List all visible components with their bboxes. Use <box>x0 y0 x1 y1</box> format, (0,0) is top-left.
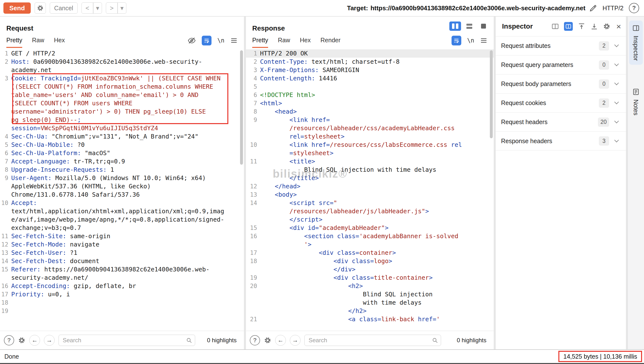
code-line-14[interactable]: 14Sec-Fetch-Dest: document <box>0 257 244 265</box>
tab-raw[interactable]: Raw <box>278 33 290 48</box>
code-line-5[interactable]: 5Sec-Ch-Ua-Mobile: ?0 <box>0 141 244 149</box>
code-line-4[interactable]: 4Sec-Ch-Ua: "Chromium";v="131", "Not_A B… <box>0 132 244 141</box>
inspector-view-split-button[interactable] <box>564 22 573 31</box>
edit-target-button[interactable] <box>589 4 597 12</box>
code-line-10[interactable]: 10 <link href=/resources/css/labsEcommer… <box>246 141 494 157</box>
code-line-11[interactable]: 11Sec-Fetch-Site: same-origin <box>0 232 244 240</box>
code-line-18[interactable]: 18 <box>0 298 244 307</box>
code-line-18[interactable]: 18 <div class=logo> </div> <box>246 257 494 274</box>
code-line-9[interactable]: 9User-Agent: Mozilla/5.0 (Windows NT 10.… <box>0 174 244 199</box>
code-line-9[interactable]: 9 <link href= /resources/labheader/css/a… <box>246 116 494 141</box>
code-line-11[interactable]: 11 <title> Blind SQL injection with time… <box>246 157 494 182</box>
code-line-2[interactable]: 2Content-Type: text/html; charset=utf-8 <box>246 58 494 66</box>
tab-hex[interactable]: Hex <box>300 33 310 48</box>
code-line-21[interactable]: 21 <a class=link-back href=' <box>246 315 494 323</box>
layout-tabs-button[interactable] <box>478 22 489 31</box>
side-tab-notes[interactable]: Notes <box>629 84 643 119</box>
request-search-settings-button[interactable] <box>18 337 25 344</box>
code-line-12[interactable]: 12 </head> <box>246 182 494 191</box>
show-newlines-toggle[interactable]: \n <box>217 37 224 44</box>
send-button[interactable]: Send <box>4 3 31 14</box>
request-editor[interactable]: 1GET / HTTP/22Host: 0a6900b90413638982c6… <box>0 48 244 331</box>
code-line-19[interactable]: 19 <div class=title-container> <box>246 274 494 282</box>
collapse-all-button[interactable] <box>578 23 586 30</box>
soft-wrap-toggle[interactable] <box>202 36 212 46</box>
request-search-help-button[interactable]: ? <box>4 335 14 345</box>
code-line-16[interactable]: 16 <section class='academyLabBanner is-s… <box>246 232 494 249</box>
inspector-section-request-cookies[interactable]: Request cookies2 <box>496 93 626 112</box>
request-menu-button[interactable] <box>230 37 238 44</box>
inspector-section-request-attributes[interactable]: Request attributes2 <box>496 36 626 55</box>
layout-rows-button[interactable] <box>464 22 475 31</box>
code-line-8[interactable]: 8Upgrade-Insecure-Requests: 1 <box>0 166 244 174</box>
code-line-1[interactable]: 1GET / HTTP/2 <box>0 49 244 58</box>
code-line-17[interactable]: 17Priority: u=0, i <box>0 290 244 298</box>
inspector-view-single-button[interactable] <box>551 23 559 30</box>
code-line-4[interactable]: 4Content-Length: 14416 <box>246 74 494 83</box>
code-line-2[interactable]: 2Host: 0a6900b90413638982c62e1400e3006e.… <box>0 58 244 74</box>
code-line-20[interactable]: 20 <h2> Blind SQL injection with time de… <box>246 282 494 315</box>
response-search-settings-button[interactable] <box>264 337 271 344</box>
code-line-14[interactable]: 14 <script src=" /resources/labheader/js… <box>246 199 494 224</box>
code-line-7[interactable]: 7<html> <box>246 99 494 107</box>
tab-hex[interactable]: Hex <box>54 33 65 48</box>
request-search-input[interactable] <box>58 335 195 346</box>
code-line-15[interactable]: 15 <div id="academyLabHeader"> <box>246 224 494 232</box>
response-search-input[interactable] <box>304 335 441 346</box>
inspector-settings-button[interactable] <box>603 23 610 30</box>
code-line-15[interactable]: 15Referer: https://0a6900b90413638982c62… <box>0 265 244 282</box>
tab-render[interactable]: Render <box>320 33 340 48</box>
tab-pretty[interactable]: Pretty <box>6 33 22 48</box>
request-scrollbar[interactable] <box>240 50 243 165</box>
history-forward-button[interactable]: > <box>106 3 118 14</box>
expand-all-button[interactable] <box>590 23 598 30</box>
send-settings-button[interactable] <box>35 3 46 14</box>
code-line-10[interactable]: 10Accept: text/html,application/xhtml+xm… <box>0 199 244 232</box>
status-bar: Done 14,525 bytes | 10,136 millis <box>0 349 644 363</box>
history-back-button[interactable]: < <box>82 3 93 14</box>
response-search-next-button[interactable]: → <box>290 335 300 346</box>
code-line-6[interactable]: 6<!DOCTYPE html> <box>246 91 494 99</box>
code-line-7[interactable]: 7Accept-Language: tr-TR,tr;q=0.9 <box>0 157 244 166</box>
hide-button[interactable] <box>188 36 196 45</box>
inspector-section-request-query-parameters[interactable]: Request query parameters0 <box>496 55 626 74</box>
code-line-6[interactable]: 6Sec-Ch-Ua-Platform: "macOS" <box>0 149 244 157</box>
response-menu-button[interactable] <box>480 37 488 44</box>
line-content: User-Agent: Mozilla/5.0 (Windows NT 10.0… <box>11 174 224 199</box>
cancel-button[interactable]: Cancel <box>50 3 78 14</box>
side-tab-inspector[interactable]: Inspector <box>629 21 643 65</box>
inspector-section-request-body-parameters[interactable]: Request body parameters0 <box>496 74 626 93</box>
line-number: 16 <box>246 232 260 249</box>
layout-columns-button[interactable] <box>449 22 461 31</box>
code-line-3[interactable]: 3X-Frame-Options: SAMEORIGIN <box>246 66 494 74</box>
show-newlines-toggle[interactable]: \n <box>467 37 474 44</box>
line-content: <link href=/resources/css/labsEcommerce.… <box>260 141 473 157</box>
response-viewer[interactable]: 1HTTP/2 200 OK2Content-Type: text/html; … <box>246 48 494 331</box>
history-back-dropdown[interactable]: ▾ <box>93 3 102 14</box>
inspector-section-request-headers[interactable]: Request headers20 <box>496 112 626 131</box>
response-search-prev-button[interactable]: ← <box>275 335 286 346</box>
tab-raw[interactable]: Raw <box>32 33 44 48</box>
code-line-1[interactable]: 1HTTP/2 200 OK <box>246 49 494 58</box>
response-search-help-button[interactable]: ? <box>250 335 260 345</box>
history-forward-dropdown[interactable]: ▾ <box>118 3 126 14</box>
line-number: 7 <box>246 99 260 107</box>
code-line-19[interactable]: 19 <box>0 307 244 315</box>
soft-wrap-toggle[interactable] <box>452 36 461 46</box>
inspector-section-response-headers[interactable]: Response headers3 <box>496 131 626 150</box>
inspector-close-button[interactable]: × <box>615 22 622 31</box>
code-line-13[interactable]: 13Sec-Fetch-User: ?1 <box>0 249 244 257</box>
help-button[interactable]: ? <box>629 3 639 13</box>
request-search-next-button[interactable]: → <box>44 335 55 346</box>
code-line-13[interactable]: 13 <body> <box>246 191 494 199</box>
request-search-prev-button[interactable]: ← <box>29 335 40 346</box>
code-line-8[interactable]: 8 <head> <box>246 107 494 116</box>
code-line-5[interactable]: 5 <box>246 83 494 91</box>
line-number: 2 <box>0 58 11 74</box>
tab-pretty[interactable]: Pretty <box>252 33 268 48</box>
code-line-17[interactable]: 17 <div class=container> <box>246 249 494 257</box>
code-line-16[interactable]: 16Accept-Encoding: gzip, deflate, br <box>0 282 244 290</box>
code-line-12[interactable]: 12Sec-Fetch-Mode: navigate <box>0 240 244 249</box>
response-scrollbar[interactable] <box>490 50 493 138</box>
code-line-3[interactable]: 3Cookie: TrackingId=jUtKEoaZBC93nWwk' ||… <box>0 74 244 132</box>
